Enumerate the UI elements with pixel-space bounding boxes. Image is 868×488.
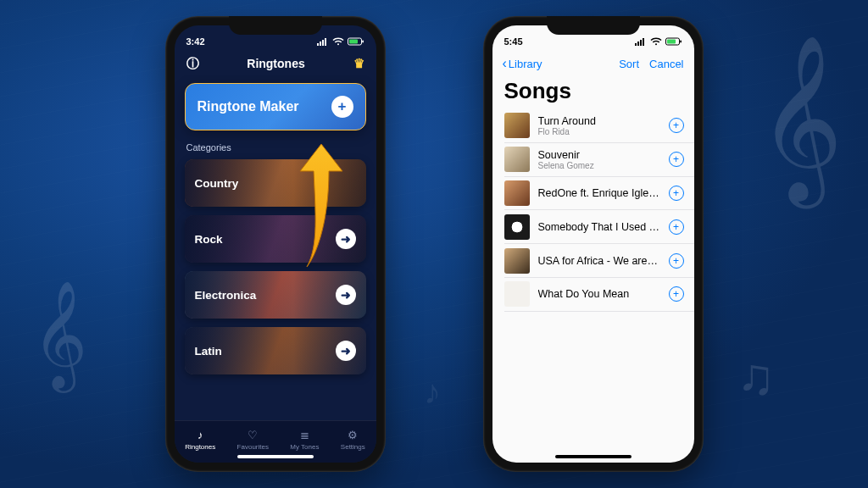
category-label: Latin — [195, 345, 222, 358]
svg-rect-6 — [349, 40, 358, 44]
album-art — [504, 281, 530, 307]
music-note-icon: ♪ — [198, 429, 203, 441]
categories-heading: Categories — [186, 142, 364, 152]
album-art — [504, 180, 530, 206]
svg-rect-1 — [320, 42, 321, 46]
song-title: USA for Africa - We are the World — [538, 255, 660, 267]
tab-label: Favourites — [237, 443, 269, 451]
wifi-icon — [332, 37, 344, 46]
add-song-button[interactable]: + — [669, 186, 684, 201]
status-time: 3:42 — [186, 36, 205, 47]
category-electronica[interactable]: Electronica ➜ — [185, 271, 366, 319]
svg-rect-9 — [637, 42, 639, 46]
svg-rect-7 — [362, 41, 364, 43]
svg-rect-15 — [680, 41, 682, 43]
phone-ringtones-app: 3:42 ⓘ Ringtones ♛ — [165, 16, 386, 472]
song-row[interactable]: What Do You Mean + — [504, 278, 694, 312]
tab-favourites[interactable]: ♡ Favourites — [237, 429, 269, 451]
add-song-button[interactable]: + — [669, 286, 684, 302]
svg-point-4 — [337, 43, 339, 45]
nav-title: Ringtones — [199, 57, 353, 70]
ringtone-maker-button[interactable]: Ringtone Maker + — [185, 83, 366, 130]
chevron-left-icon: ‹ — [503, 56, 507, 71]
svg-rect-14 — [667, 40, 676, 44]
song-row[interactable]: USA for Africa - We are the World + — [504, 244, 694, 278]
add-song-button[interactable]: + — [669, 118, 684, 133]
song-artist: Selena Gomez — [538, 161, 660, 170]
arrow-right-icon[interactable]: ➜ — [336, 229, 356, 249]
arrow-right-icon[interactable]: ➜ — [336, 341, 356, 361]
song-row[interactable]: Souvenir Selena Gomez + — [504, 143, 694, 177]
song-row[interactable]: RedOne ft. Enrique Iglesias, Aseel... + — [504, 177, 694, 211]
svg-rect-3 — [325, 38, 326, 46]
sort-button[interactable]: Sort — [619, 58, 639, 70]
album-art — [504, 248, 530, 274]
battery-icon — [348, 37, 364, 46]
info-icon[interactable]: ⓘ — [186, 56, 199, 72]
wifi-icon — [650, 37, 662, 46]
ringtone-maker-label: Ringtone Maker — [198, 99, 299, 114]
svg-rect-0 — [317, 43, 319, 46]
song-title: RedOne ft. Enrique Iglesias, Aseel... — [538, 187, 660, 199]
plus-icon[interactable]: + — [331, 96, 353, 118]
song-row[interactable]: Somebody That I Used To Know + — [504, 210, 694, 244]
song-title: Turn Around — [538, 115, 660, 127]
svg-point-12 — [655, 43, 657, 45]
category-label: Electronica — [195, 289, 257, 302]
phone-music-library: 5:45 ‹ Library — [483, 16, 704, 472]
tab-ringtones[interactable]: ♪ Ringtones — [185, 429, 215, 451]
arrow-right-icon[interactable]: ➜ — [336, 285, 356, 305]
song-title: What Do You Mean — [538, 288, 660, 300]
battery-icon — [665, 37, 682, 46]
song-row[interactable]: Turn Around Flo Rida + — [504, 109, 694, 143]
album-art — [504, 214, 530, 240]
song-artist: Flo Rida — [538, 127, 660, 136]
song-list[interactable]: Turn Around Flo Rida + Souvenir Selena G… — [492, 109, 694, 312]
add-song-button[interactable]: + — [669, 152, 684, 167]
cancel-button[interactable]: Cancel — [649, 58, 683, 70]
back-label: Library — [509, 58, 542, 70]
signal-icon — [635, 37, 647, 46]
svg-rect-8 — [635, 43, 637, 46]
home-indicator[interactable] — [237, 455, 314, 458]
album-art — [504, 147, 530, 172]
crown-premium-icon[interactable]: ♛ — [353, 56, 364, 71]
svg-rect-10 — [640, 40, 642, 46]
tab-my-tones[interactable]: ≣ My Tones — [290, 429, 319, 451]
category-latin[interactable]: Latin ➜ — [185, 327, 366, 374]
gear-icon: ⚙ — [348, 429, 358, 441]
add-song-button[interactable]: + — [669, 219, 684, 235]
tab-settings[interactable]: ⚙ Settings — [341, 429, 365, 451]
signal-icon — [317, 37, 329, 46]
page-title: Songs — [492, 75, 694, 109]
song-title: Somebody That I Used To Know — [538, 221, 660, 233]
home-indicator[interactable] — [555, 455, 632, 458]
category-label: Country — [195, 177, 239, 190]
list-icon: ≣ — [300, 429, 309, 441]
add-song-button[interactable]: + — [669, 253, 684, 269]
category-rock[interactable]: Rock ➜ — [185, 215, 366, 263]
status-time: 5:45 — [504, 36, 523, 47]
tab-label: Ringtones — [185, 443, 215, 451]
category-country[interactable]: Country — [185, 159, 366, 207]
svg-rect-2 — [322, 40, 324, 46]
tab-label: Settings — [341, 443, 365, 451]
svg-rect-11 — [643, 38, 644, 46]
album-art — [504, 113, 530, 138]
category-label: Rock — [195, 233, 223, 246]
heart-icon: ♡ — [248, 429, 258, 441]
song-title: Souvenir — [538, 149, 660, 161]
back-library-button[interactable]: ‹ Library — [503, 56, 542, 71]
tab-label: My Tones — [290, 443, 319, 451]
